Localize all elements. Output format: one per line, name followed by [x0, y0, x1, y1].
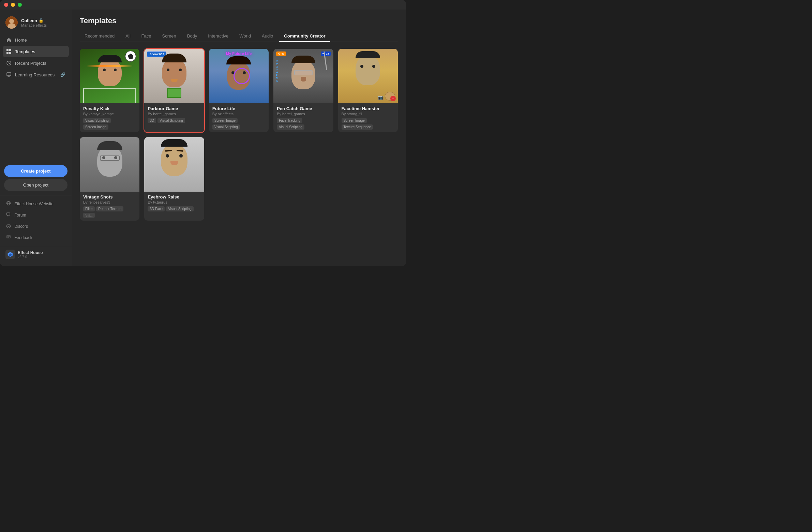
template-card-penalty-kick[interactable]: Penalty Kick By komiya_kampe Visual Scri…: [80, 49, 140, 132]
circle-overlay: [233, 68, 250, 84]
user-section[interactable]: Colleen 🔒 Manage effects: [0, 14, 72, 34]
minecraft-block: [167, 88, 182, 98]
template-card-eyebrow-raise[interactable]: Eyebrow Raise By ty.taurus 3D Face Visua…: [144, 137, 204, 221]
tab-body[interactable]: Body: [183, 31, 202, 42]
person-face-parkour: [162, 52, 187, 87]
tab-audio[interactable]: Audio: [257, 31, 278, 42]
svg-point-13: [8, 226, 8, 226]
timer-badge-left: ⏱ 46: [276, 52, 286, 56]
template-card-future-life[interactable]: My Future Life Futur: [209, 49, 269, 132]
card-tags-hamster: Screen Image Texture Sequence: [342, 118, 394, 130]
card-info-vintage: Vintage Shots By felipesalves3 Filter Re…: [80, 192, 140, 221]
templates-icon: [6, 49, 12, 54]
tab-face[interactable]: Face: [137, 31, 156, 42]
sidebar-bottom: Effect House Website Forum: [0, 195, 72, 246]
template-card-parkour-game[interactable]: Score:002: [144, 49, 204, 132]
globe-icon: [6, 201, 11, 207]
svg-rect-8: [7, 73, 11, 76]
sidebar-item-home[interactable]: Home: [3, 34, 69, 46]
tab-world[interactable]: World: [234, 31, 256, 42]
svg-rect-5: [6, 52, 9, 54]
template-grid-row2: Vintage Shots By felipesalves3 Filter Re…: [80, 137, 398, 221]
app-window: Colleen 🔒 Manage effects Home: [0, 0, 406, 266]
sidebar-item-recent[interactable]: Recent Projects: [3, 57, 69, 69]
user-info: Colleen 🔒 Manage effects: [21, 18, 47, 27]
app-icon: [5, 250, 15, 259]
svg-rect-12: [6, 213, 10, 215]
face-swipe: [87, 65, 133, 67]
card-title-pencatch: Pen Catch Game: [277, 106, 330, 111]
card-tags-vintage: Filter Render Texture Vis...: [83, 206, 136, 218]
tab-all[interactable]: All: [121, 31, 135, 42]
bottom-item-feedback[interactable]: Feedback: [3, 232, 69, 243]
vertical-text-overlay: CANETAZU: [275, 60, 278, 83]
template-card-vintage-shots[interactable]: Vintage Shots By felipesalves3 Filter Re…: [80, 137, 140, 221]
user-name: Colleen 🔒: [21, 18, 47, 23]
tabs-bar: Recommended All Face Screen Body Interac…: [80, 31, 398, 42]
template-card-facetime-hamster[interactable]: 📷 × Facetime Hamster By strong_fil Scree…: [338, 49, 398, 132]
card-author-future: By azjeffects: [212, 112, 265, 116]
create-project-button[interactable]: Create project: [4, 165, 68, 177]
close-overlay[interactable]: ×: [390, 96, 396, 101]
card-tags-future: Screen Image Visual Scripting: [212, 118, 265, 130]
card-thumb-hamster: 📷 ×: [338, 49, 398, 103]
card-info-pencatch: Pen Catch Game By bartel_games Face Trac…: [273, 103, 333, 132]
card-title-hamster: Facetime Hamster: [342, 106, 394, 111]
page-title: Templates: [80, 16, 398, 25]
bottom-item-forum[interactable]: Forum: [3, 210, 69, 221]
maximize-button[interactable]: [18, 3, 22, 7]
nav-items: Home Templates: [0, 34, 72, 161]
card-author-pencatch: By bartel_games: [277, 112, 330, 116]
sidebar-item-templates[interactable]: Templates: [3, 46, 69, 57]
card-thumb-future: My Future Life: [209, 49, 269, 103]
sidebar: Colleen 🔒 Manage effects Home: [0, 10, 72, 266]
discord-icon: [6, 224, 11, 229]
forum-icon: [6, 212, 11, 218]
card-author-vintage: By felipesalves3: [83, 200, 136, 204]
learning-icon: [6, 72, 12, 77]
titlebar: [0, 0, 406, 10]
glasses-vintage: [100, 156, 120, 161]
card-tags-pencatch: Face Tracking Visual Scripting: [277, 118, 330, 130]
version-section: Effect House v2.7.0: [0, 246, 72, 262]
camera-overlay: 📷: [378, 95, 383, 100]
glasses: [294, 70, 313, 75]
close-button[interactable]: [4, 3, 8, 7]
timer-badge-right: ✏ 03: [321, 52, 330, 56]
tab-interactive[interactable]: Interactive: [203, 31, 233, 42]
card-thumb-parkour: Score:002: [144, 49, 204, 103]
card-thumb-penalty: [80, 49, 140, 103]
card-author-eyebrow: By ty.taurus: [148, 200, 201, 204]
card-thumb-vintage: [80, 137, 140, 192]
tab-community[interactable]: Community Creator: [279, 31, 330, 42]
svg-point-14: [9, 226, 10, 226]
template-card-pen-catch[interactable]: ⏱ 46 ✏ 03 CANETAZU: [273, 49, 333, 132]
sidebar-item-learning[interactable]: Learning Resources 🔗: [3, 69, 69, 81]
card-title-future: Future Life: [212, 106, 265, 111]
main-content: Templates Recommended All Face Screen Bo…: [72, 10, 406, 266]
person-face-eyebrow: [161, 140, 188, 176]
recent-icon: [6, 60, 12, 66]
card-info-future: Future Life By azjeffects Screen Image V…: [209, 103, 269, 132]
learning-link-icon: 🔗: [60, 72, 66, 77]
open-project-button[interactable]: Open project: [4, 179, 68, 191]
home-icon: [6, 37, 12, 43]
feedback-icon: [6, 235, 11, 241]
svg-rect-6: [9, 52, 11, 54]
card-title-parkour: Parkour Game: [148, 106, 201, 111]
bottom-item-website[interactable]: Effect House Website: [3, 198, 69, 210]
svg-point-1: [9, 19, 14, 24]
svg-rect-3: [6, 49, 9, 51]
card-title-vintage: Vintage Shots: [83, 195, 136, 200]
card-tags-parkour: 3D Visual Scripting: [148, 118, 201, 123]
tab-screen[interactable]: Screen: [158, 31, 181, 42]
minimize-button[interactable]: [11, 3, 15, 7]
tab-recommended[interactable]: Recommended: [80, 31, 119, 42]
soccer-ball: [125, 51, 136, 62]
version-info: Effect House v2.7.0: [18, 250, 43, 259]
person-face-hamster: [356, 51, 380, 85]
card-tags-eyebrow: 3D Face Visual Scripting: [148, 206, 201, 212]
person-face-penalty: [98, 54, 122, 86]
bottom-item-discord[interactable]: Discord: [3, 221, 69, 232]
card-author-hamster: By strong_fil: [342, 112, 394, 116]
